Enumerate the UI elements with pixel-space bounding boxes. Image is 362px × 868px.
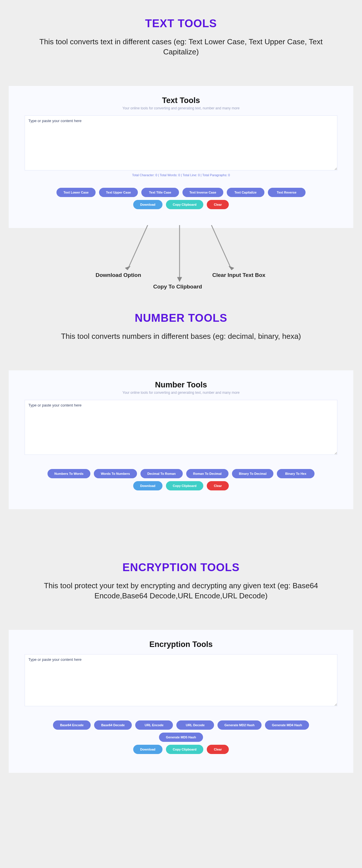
encryption-download-button[interactable]: Download bbox=[133, 745, 163, 754]
text-tools-button-row: Text Lower Case Text Upper Case Text Tit… bbox=[25, 188, 337, 197]
annotation-copy: Copy To Clipboard bbox=[153, 283, 202, 290]
text-tools-panel: Text Tools Your online tools for convert… bbox=[9, 86, 353, 228]
decimal-to-roman-button[interactable]: Decimal To Roman bbox=[140, 469, 183, 478]
number-tools-panel-title: Number Tools bbox=[25, 380, 337, 390]
encryption-tools-panel-title: Encryption Tools bbox=[25, 640, 337, 649]
number-tools-section: NUMBER TOOLS This tool converts numbers … bbox=[0, 294, 362, 370]
words-to-numbers-button[interactable]: Words To Numbers bbox=[94, 469, 137, 478]
number-tools-panel: Number Tools Your online tools for conve… bbox=[9, 370, 353, 509]
svg-marker-5 bbox=[229, 266, 234, 270]
svg-line-4 bbox=[212, 225, 232, 270]
svg-line-0 bbox=[128, 225, 148, 270]
url-encode-button[interactable]: URL Encode bbox=[135, 720, 173, 730]
text-download-button[interactable]: Download bbox=[133, 200, 163, 209]
binary-to-hex-button[interactable]: Binary To Hex bbox=[277, 469, 314, 478]
text-tools-section: TEXT TOOLS This tool converts text in di… bbox=[0, 0, 362, 86]
generate-md5-hash-button[interactable]: Generate MD5 Hash bbox=[159, 733, 203, 742]
text-tools-input[interactable] bbox=[25, 116, 337, 170]
text-tools-heading: TEXT TOOLS bbox=[15, 18, 347, 30]
generate-md4-hash-button[interactable]: Generate MD4 Hash bbox=[265, 720, 309, 730]
encryption-tools-panel: Encryption Tools Base64 Encode Base64 De… bbox=[9, 630, 353, 773]
number-tools-action-row: Download Copy Clipboard Clear bbox=[25, 481, 337, 490]
generate-md2-hash-button[interactable]: Generate MD2 Hash bbox=[218, 720, 261, 730]
binary-to-decimal-button[interactable]: Binary To Decimal bbox=[232, 469, 273, 478]
encryption-tools-heading: ENCRYPTION TOOLS bbox=[15, 561, 347, 574]
number-clear-button[interactable]: Clear bbox=[207, 481, 229, 490]
number-download-button[interactable]: Download bbox=[133, 481, 163, 490]
svg-marker-3 bbox=[177, 277, 182, 281]
encryption-tools-input[interactable] bbox=[25, 654, 337, 706]
svg-marker-1 bbox=[125, 266, 130, 270]
text-lower-case-button[interactable]: Text Lower Case bbox=[56, 188, 95, 197]
encryption-tools-action-row: Download Copy Clipboard Clear bbox=[25, 745, 337, 754]
encryption-tools-button-row-2: Generate MD5 Hash bbox=[25, 733, 337, 742]
number-tools-input[interactable] bbox=[25, 400, 337, 455]
numbers-to-words-button[interactable]: Numbers To Words bbox=[48, 469, 90, 478]
arrow-download-icon bbox=[119, 225, 154, 277]
base64-decode-button[interactable]: Base64 Decode bbox=[94, 720, 132, 730]
roman-to-decimal-button[interactable]: Roman To Decimal bbox=[186, 469, 228, 478]
number-tools-button-row: Numbers To Words Words To Numbers Decima… bbox=[25, 469, 337, 478]
arrow-clear-icon bbox=[205, 225, 240, 277]
text-tools-annotations: Download Option Copy To Clipboard Clear … bbox=[9, 231, 353, 294]
encryption-clear-button[interactable]: Clear bbox=[207, 745, 229, 754]
encryption-tools-description: This tool protect your text by encryptin… bbox=[26, 581, 336, 601]
text-upper-case-button[interactable]: Text Upper Case bbox=[99, 188, 138, 197]
url-decode-button[interactable]: URL Decode bbox=[176, 720, 214, 730]
text-capitalize-button[interactable]: Text Capitalize bbox=[227, 188, 264, 197]
text-title-case-button[interactable]: Text Title Case bbox=[141, 188, 179, 197]
text-tools-action-row: Download Copy Clipboard Clear bbox=[25, 200, 337, 209]
number-tools-description: This tool converts numbers in different … bbox=[26, 331, 336, 341]
encryption-tools-button-row: Base64 Encode Base64 Decode URL Encode U… bbox=[25, 720, 337, 730]
text-inverse-case-button[interactable]: Text Inverse Case bbox=[183, 188, 223, 197]
encryption-copy-button[interactable]: Copy Clipboard bbox=[166, 745, 203, 754]
text-clear-button[interactable]: Clear bbox=[207, 200, 229, 209]
annotation-clear: Clear Input Text Box bbox=[212, 272, 265, 278]
encryption-tools-section: ENCRYPTION TOOLS This tool protect your … bbox=[0, 544, 362, 630]
base64-encode-button[interactable]: Base64 Encode bbox=[53, 720, 91, 730]
text-copy-button[interactable]: Copy Clipboard bbox=[166, 200, 203, 209]
number-tools-heading: NUMBER TOOLS bbox=[15, 312, 347, 324]
text-tools-description: This tool converts text in different cas… bbox=[26, 37, 336, 57]
arrow-copy-icon bbox=[174, 225, 185, 289]
annotation-download: Download Option bbox=[95, 272, 141, 278]
number-copy-button[interactable]: Copy Clipboard bbox=[166, 481, 203, 490]
number-tools-panel-subtitle: Your online tools for converting and gen… bbox=[25, 391, 337, 395]
text-tools-counter: Total Character: 0 | Total Words: 0 | To… bbox=[25, 173, 337, 177]
text-tools-panel-subtitle: Your online tools for converting and gen… bbox=[25, 106, 337, 110]
text-reverse-button[interactable]: Text Reverse bbox=[268, 188, 306, 197]
text-tools-panel-title: Text Tools bbox=[25, 96, 337, 105]
